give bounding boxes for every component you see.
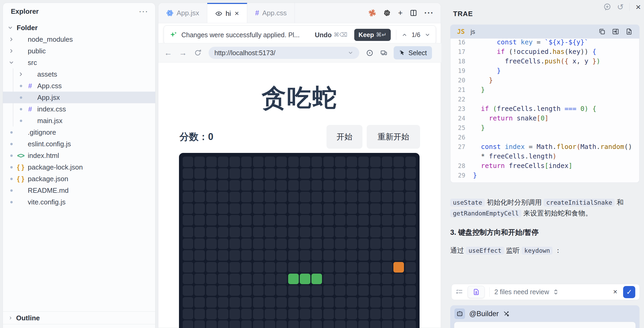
openai-icon[interactable] — [383, 9, 391, 17]
board-cell — [183, 285, 193, 296]
insert-code-icon[interactable] — [612, 28, 619, 35]
file-label: assets — [37, 70, 57, 78]
keep-button[interactable]: Keep ⌘↵ — [354, 29, 391, 41]
tab-label: hi — [226, 10, 231, 18]
sidebar-item-index-css[interactable]: #index.css — [3, 103, 155, 115]
board-cell — [218, 168, 228, 179]
code-line: 22 — [450, 95, 639, 104]
split-icon[interactable] — [410, 9, 417, 17]
claude-icon[interactable] — [368, 9, 376, 17]
divider — [489, 287, 490, 297]
more-icon[interactable]: ··· — [424, 8, 434, 17]
board-cell — [229, 274, 240, 284]
sidebar-section-outline[interactable]: Outline — [3, 311, 155, 324]
dismiss-review-icon[interactable]: × — [613, 288, 617, 296]
board-cell — [311, 168, 322, 179]
sidebar-item-main-jsx[interactable]: main.jsx — [3, 115, 155, 126]
chev-right-icon[interactable] — [8, 36, 15, 42]
snake-segment — [288, 274, 299, 284]
tools-icon[interactable] — [503, 310, 510, 317]
explorer-more-menu[interactable]: ··· — [139, 7, 148, 16]
url-bar[interactable]: http://localhost:5173/ — [209, 47, 359, 59]
copy-code-icon[interactable] — [599, 28, 606, 35]
board-cell — [194, 157, 205, 167]
open-in-browser-button[interactable] — [366, 49, 373, 57]
board-cell — [382, 192, 392, 202]
chev-right-icon[interactable] — [17, 71, 25, 77]
sidebar-item-package-lock-json[interactable]: { }package-lock.json — [3, 161, 155, 173]
board-cell — [358, 203, 369, 214]
assistant-title: TRAE — [453, 10, 473, 18]
sidebar-item-app-css[interactable]: #App.css — [3, 80, 155, 92]
board-cell — [276, 309, 287, 319]
tab-hi[interactable]: hi× — [207, 3, 247, 23]
builder-mention[interactable]: @Builder — [469, 310, 499, 318]
sort-arrows-icon[interactable] — [552, 288, 559, 296]
new-chat-icon[interactable] — [603, 3, 611, 11]
plus-icon[interactable]: + — [398, 8, 403, 17]
restart-button[interactable]: 重新开始 — [367, 125, 420, 149]
board-cell — [347, 157, 357, 167]
board-cell — [347, 297, 357, 308]
back-button[interactable]: ← — [164, 48, 172, 57]
board-cell — [300, 203, 310, 214]
select-element-button[interactable]: Select — [394, 46, 432, 59]
checklist-icon[interactable] — [456, 288, 463, 296]
board-cell — [218, 192, 228, 202]
start-button[interactable]: 开始 — [326, 125, 362, 149]
board-cell — [311, 203, 322, 214]
chev-right-icon[interactable] — [8, 48, 15, 54]
board-cell — [311, 285, 322, 296]
sidebar-item-folder[interactable]: Folder — [3, 22, 155, 34]
accept-all-button[interactable]: ✓ — [623, 286, 635, 298]
history-icon[interactable]: ↺ — [617, 2, 624, 12]
sidebar-item-src[interactable]: src — [3, 57, 155, 68]
close-panel-icon[interactable]: × — [636, 2, 641, 12]
game-title: 贪吃蛇 — [158, 82, 441, 114]
next-change-button[interactable] — [425, 32, 430, 38]
board-cell — [382, 262, 392, 273]
device-preview-button[interactable] — [380, 49, 387, 57]
board-cell — [218, 215, 228, 226]
file-diff-button[interactable] — [468, 286, 485, 298]
sidebar-item-vite-config-js[interactable]: vite.config.js — [3, 196, 155, 208]
close-tab-icon[interactable]: × — [235, 9, 239, 18]
tab-app-jsx[interactable]: App.jsx — [158, 3, 207, 23]
undo-button[interactable]: Undo ⌘⌫ — [315, 31, 347, 39]
chev-down-icon[interactable] — [8, 60, 15, 65]
modified-dot — [8, 189, 15, 192]
sidebar-item-node-modules[interactable]: node_modules — [3, 34, 155, 45]
review-status-label[interactable]: 2 files need review — [494, 288, 549, 296]
sidebar-item-eslint-config-js[interactable]: eslint.config.js — [3, 138, 155, 150]
assistant-header-icons: ↺ × — [603, 0, 641, 14]
file-label: index.html — [28, 152, 59, 160]
board-cell — [265, 168, 275, 179]
board-cell — [370, 274, 381, 284]
sidebar-item-package-json[interactable]: { }package.json — [3, 173, 155, 185]
board-cell — [393, 168, 404, 179]
previous-change-button[interactable] — [402, 32, 407, 38]
board-cell — [241, 285, 252, 296]
sidebar-item-readme-md[interactable]: README.md — [3, 185, 155, 196]
url-dropdown-icon[interactable] — [348, 50, 353, 56]
board-cell — [370, 227, 381, 237]
chat-input[interactable] — [454, 322, 636, 328]
create-file-icon[interactable] — [625, 28, 633, 35]
chev-down-icon[interactable] — [7, 25, 14, 31]
sidebar-item-index-html[interactable]: <>index.html — [3, 150, 155, 161]
board-cell — [241, 192, 252, 202]
sidebar-item-app-jsx[interactable]: App.jsx — [3, 92, 155, 103]
board-cell — [382, 285, 392, 296]
sidebar-item-assets[interactable]: assets — [3, 68, 155, 80]
reload-button[interactable] — [194, 49, 202, 57]
board-cell — [405, 180, 416, 191]
sidebar-item-public[interactable]: public — [3, 45, 155, 57]
sidebar-item--gitignore[interactable]: .gitignore — [3, 126, 155, 138]
code-text: } — [473, 76, 493, 85]
forward-button[interactable]: → — [179, 48, 187, 57]
builder-agent-icon[interactable] — [454, 308, 465, 319]
board-cell — [241, 262, 252, 273]
board-cell — [323, 262, 334, 273]
sidebar-section-timeline[interactable]: Timeline — [3, 324, 155, 328]
tab-app-css[interactable]: #App.css — [247, 3, 295, 23]
